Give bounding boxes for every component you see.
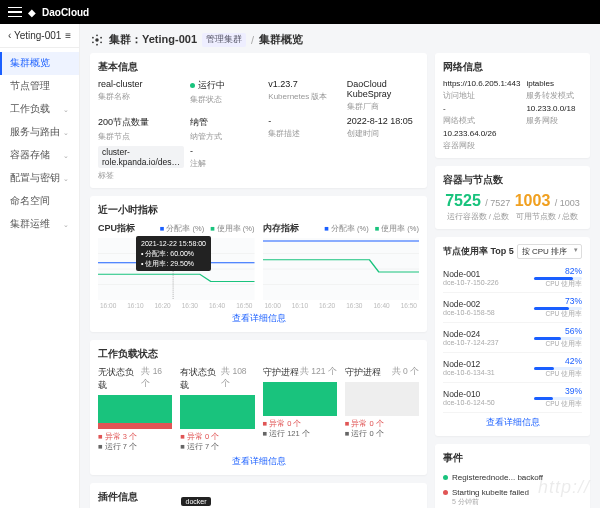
svg-point-6 [92, 36, 94, 38]
top5-card: 节点使用率 Top 5按 CPU 排序 Node-001dce-10-7-150… [435, 237, 590, 436]
info-cell: real-cluster集群名称 [98, 79, 184, 112]
sidebar: ‹ Yeting-001 ≡ 集群概览节点管理工作负载⌄服务与路由⌄容器存储⌄配… [0, 24, 80, 508]
breadcrumb: 集群：Yeting-001 管理集群 / 集群概览 [90, 32, 590, 47]
info-cell: 10.233.64.0/26容器网段 [443, 129, 520, 151]
node-row[interactable]: Node-001dce-10-7-150-22682%CPU 使用率 [443, 263, 582, 293]
cluster-type-tag: 管理集群 [202, 33, 246, 47]
topbar: ◆ DaoCloud [0, 0, 600, 24]
hamburger-icon[interactable] [8, 5, 22, 19]
info-cell: v1.23.7Kubernetes 版本 [268, 79, 340, 112]
workload-card: 工作负载状态 无状态负载共 16 个■ 异常 3 个■ 运行 7 个有状态负载共… [90, 340, 427, 475]
counts-card: 容器与节点数 7525 / 7527运行容器数 / 总数 1003 / 1003… [435, 166, 590, 229]
info-cell: 运行中集群状态 [190, 79, 262, 112]
workload-item: 守护进程共 0 个■ 异常 0 个■ 运行 0 个 [345, 366, 419, 452]
event-item: Registerednode... backoff [443, 470, 582, 485]
svg-point-5 [92, 41, 94, 43]
info-cell: DaoCloud KubeSpray集群厂商 [347, 79, 419, 112]
net-info-card: 网络信息 https://10.6.205.1:443访问地址iptables服… [435, 53, 590, 158]
workload-detail-link[interactable]: 查看详细信息 [98, 456, 419, 468]
info-cell: cluster-role.kpanda.io/des…标签 [98, 146, 184, 181]
chevron-down-icon: ⌄ [63, 175, 69, 183]
top5-detail-link[interactable]: 查看详细信息 [443, 417, 582, 429]
events-card: 事件 Registerednode... backoffStarting kub… [435, 444, 590, 508]
node-row[interactable]: Node-010dce-10-6-124-5039%CPU 使用率 [443, 383, 582, 413]
svg-point-3 [100, 41, 102, 43]
event-item: Starting kubelte failed5 分钟前 [443, 485, 582, 508]
sidebar-item[interactable]: 服务与路由⌄ [0, 121, 79, 144]
brand-name: DaoCloud [42, 7, 89, 18]
sidebar-item[interactable]: 集群运维⌄ [0, 213, 79, 236]
chevron-down-icon: ⌄ [63, 106, 69, 114]
cpu-chart: CPU指标分配率 (%)使用率 (%) 2021-12-22 15:58:00•… [98, 222, 255, 309]
info-cell: 200节点数量集群节点 [98, 116, 184, 142]
info-cell: 2022-8-12 18:05创建时间 [347, 116, 419, 142]
chart-tooltip: 2021-12-22 15:58:00• 分配率: 60.00%• 使用率: 2… [136, 236, 211, 271]
svg-point-1 [96, 34, 98, 36]
sidebar-item[interactable]: 命名空间 [0, 190, 79, 213]
filter-icon[interactable]: ≡ [65, 30, 71, 41]
node-row[interactable]: Node-002dce-10-6-158-5873%CPU 使用率 [443, 293, 582, 323]
plugins-card: 插件信息 splunk>dockerDaoCloud 查看详细信息 [90, 483, 427, 508]
node-row[interactable]: Node-024dce-10-7-124-23756%CPU 使用率 [443, 323, 582, 353]
chevron-down-icon: ⌄ [63, 129, 69, 137]
cluster-selector[interactable]: ‹ Yeting-001 ≡ [0, 24, 79, 48]
info-cell: https://10.6.205.1:443访问地址 [443, 79, 520, 101]
node-row[interactable]: Node-012dce-10-6-134-3142%CPU 使用率 [443, 353, 582, 383]
brand-logo: ◆ [28, 7, 36, 18]
sidebar-item[interactable]: 工作负载⌄ [0, 98, 79, 121]
mem-chart: 内存指标分配率 (%)使用率 (%) 16:0016:1016:2016:301… [263, 222, 420, 309]
metrics-card: 近一小时指标 CPU指标分配率 (%)使用率 (%) 2021-12-22 15… [90, 196, 427, 332]
svg-point-0 [95, 38, 99, 42]
info-cell: 纳管纳管方式 [190, 116, 262, 142]
basic-info-card: 基本信息 real-cluster集群名称运行中集群状态v1.23.7Kuber… [90, 53, 427, 188]
sidebar-item[interactable]: 容器存储⌄ [0, 144, 79, 167]
sidebar-item[interactable]: 节点管理 [0, 75, 79, 98]
svg-point-2 [100, 36, 102, 38]
metrics-detail-link[interactable]: 查看详细信息 [98, 313, 419, 325]
sidebar-item[interactable]: 集群概览 [0, 52, 79, 75]
workload-item: 无状态负载共 16 个■ 异常 3 个■ 运行 7 个 [98, 366, 172, 452]
workload-item: 有状态负载共 108 个■ 异常 0 个■ 运行 7 个 [180, 366, 254, 452]
info-cell: iptables服务转发模式 [526, 79, 582, 101]
info-cell: -网络模式 [443, 104, 520, 126]
sidebar-item[interactable]: 配置与密钥⌄ [0, 167, 79, 190]
chevron-down-icon: ⌄ [63, 221, 69, 229]
workload-item: 守护进程共 121 个■ 异常 0 个■ 运行 121 个 [263, 366, 337, 452]
cluster-icon [90, 33, 104, 47]
info-cell: -注解 [190, 146, 262, 181]
sort-select[interactable]: 按 CPU 排序 [517, 244, 582, 259]
info-cell: 10.233.0.0/18服务网段 [526, 104, 582, 126]
info-cell: -集群描述 [268, 116, 340, 142]
svg-point-4 [96, 43, 98, 45]
chevron-down-icon: ⌄ [63, 152, 69, 160]
main-content: 集群：Yeting-001 管理集群 / 集群概览 基本信息 real-clus… [80, 24, 600, 508]
